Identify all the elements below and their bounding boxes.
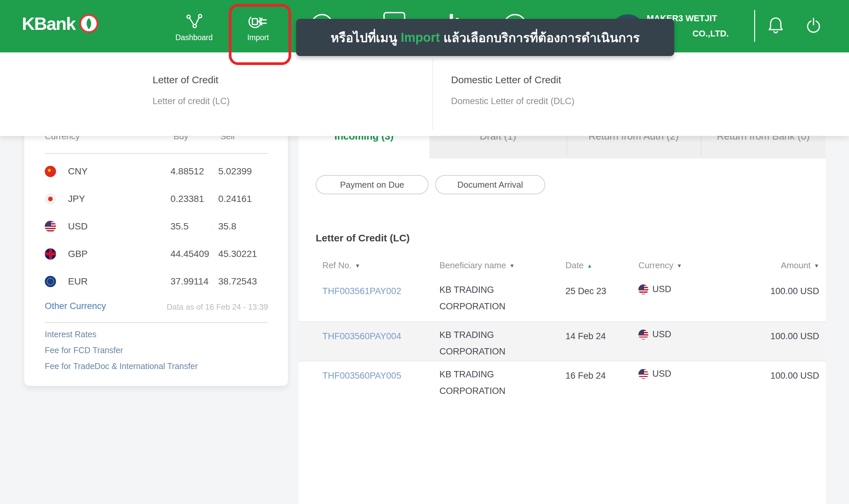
rates-header-divider (45, 153, 268, 154)
rate-code: JPY (68, 194, 85, 204)
letter-of-credit-panel: Incoming (3) Draft (1) Return from Auth … (299, 126, 826, 504)
rate-row-cny: CNY 4.88512 5.02399 (45, 158, 268, 185)
fee-fcd-transfer-link[interactable]: Fee for FCD Transfer (45, 345, 123, 355)
other-currency-link[interactable]: Other Currency (45, 301, 106, 311)
row-amount: 100.00 USD (771, 331, 819, 342)
beneficiary-name: KB TRADING CORPORATION (439, 282, 542, 315)
import-icon (235, 12, 281, 31)
rate-buy: 4.88512 (170, 166, 204, 177)
rate-sell: 0.24161 (218, 194, 252, 204)
row-amount: 100.00 USD (771, 286, 819, 296)
row-date: 14 Feb 24 (565, 331, 606, 342)
us-flag-icon (638, 285, 648, 294)
dashboard-icon (171, 12, 217, 31)
interest-rates-link[interactable]: Interest Rates (45, 329, 96, 339)
kbank-trade-portal-page: Letter of Credit Letter of credit (LC) D… (0, 0, 849, 504)
section-title: Letter of Credit (LC) (316, 232, 410, 244)
row-currency: USD (638, 329, 671, 340)
beneficiary-name: KB TRADING CORPORATION (439, 366, 542, 399)
rate-buy: 37.99114 (170, 276, 209, 287)
tooltip-text-import: Import (401, 31, 440, 45)
kbank-wordmark: KBank (22, 13, 75, 34)
menu-item-domestic-letter-of-credit-dlc[interactable]: Domestic Letter of credit (DLC) (451, 96, 574, 106)
ref-no-link[interactable]: THF003560PAY004 (322, 331, 432, 342)
ref-no-link[interactable]: THF003560PAY005 (322, 371, 432, 381)
exchange-rate-card: Currency Buy Sell CNY 4.88512 5.02399 JP… (24, 126, 288, 386)
rate-sell: 5.02399 (218, 166, 252, 177)
logout-power-icon[interactable] (805, 17, 822, 35)
col-currency[interactable]: Currency (638, 260, 682, 271)
nav-label-import: Import (235, 33, 281, 42)
rate-code: CNY (68, 166, 88, 177)
header-divider (754, 10, 755, 42)
rates-timestamp: Data as of 16 Feb 24 - 13:39 (166, 302, 268, 312)
kbank-logo: KBank (22, 13, 98, 34)
notification-bell-icon[interactable] (767, 16, 784, 35)
col-date[interactable]: Date (565, 260, 592, 271)
table-row: THF003560PAY004 KB TRADING CORPORATION 1… (299, 321, 826, 361)
rate-row-gbp: GBP 44.45409 45.30221 (45, 240, 268, 268)
fee-tradedoc-link[interactable]: Fee for TradeDoc & International Transfe… (45, 361, 198, 371)
col-amount[interactable]: Amount (781, 260, 819, 271)
row-currency: USD (638, 284, 671, 294)
kbank-leaf-icon (79, 14, 98, 33)
rates-footer-divider (45, 322, 268, 323)
rate-row-usd: USD 35.5 35.8 (45, 213, 268, 240)
rate-row-eur: EUR 37.99114 38.72543 (45, 268, 268, 295)
us-flag-icon (45, 221, 56, 232)
dropdown-group-domestic-letter-of-credit: Domestic Letter of Credit (451, 74, 561, 86)
row-amount: 100.00 USD (771, 371, 819, 381)
row-currency: USD (638, 369, 671, 379)
beneficiary-name: KB TRADING CORPORATION (439, 327, 542, 360)
dropdown-column-divider (432, 58, 433, 130)
rate-row-jpy: JPY 0.23381 0.24161 (45, 185, 268, 213)
ref-no-link[interactable]: THF003561PAY002 (322, 286, 432, 296)
dropdown-group-letter-of-credit: Letter of Credit (152, 74, 218, 86)
lc-table-body: THF003561PAY002 KB TRADING CORPORATION 2… (299, 277, 826, 406)
rate-sell: 35.8 (218, 221, 236, 232)
nav-label-dashboard: Dashboard (171, 33, 217, 42)
rate-sell: 38.72543 (218, 276, 257, 287)
row-date: 25 Dec 23 (565, 286, 606, 296)
import-coachmark-tooltip: หรือไปที่เมนู Import แล้วเลือกบริการที่ต… (296, 19, 674, 56)
menu-item-letter-of-credit-lc[interactable]: Letter of credit (LC) (152, 96, 230, 106)
sort-desc-icon[interactable] (676, 262, 682, 269)
sort-desc-icon[interactable] (509, 262, 515, 269)
us-flag-icon (638, 329, 648, 340)
eu-flag-icon (45, 276, 56, 287)
col-ref-no[interactable]: Ref No. (322, 260, 360, 271)
sort-asc-icon[interactable] (587, 262, 592, 269)
us-flag-icon (638, 369, 648, 379)
rate-code: EUR (68, 276, 88, 287)
rate-buy: 44.45409 (170, 249, 209, 259)
nav-item-dashboard[interactable]: Dashboard (171, 12, 217, 42)
table-row: THF003561PAY002 KB TRADING CORPORATION 2… (299, 277, 826, 321)
rate-sell: 45.30221 (218, 249, 257, 259)
col-beneficiary-name[interactable]: Beneficiary name (439, 260, 515, 271)
tooltip-text-pre: หรือไปที่เมนู (331, 28, 401, 48)
cn-flag-icon (45, 166, 56, 177)
sort-desc-icon[interactable] (355, 262, 360, 269)
rate-code: GBP (68, 249, 88, 259)
jp-flag-icon (45, 193, 56, 204)
table-row: THF003560PAY005 KB TRADING CORPORATION 1… (299, 361, 826, 406)
import-menu-dropdown: Letter of Credit Letter of credit (LC) D… (0, 52, 849, 136)
sort-desc-icon[interactable] (814, 262, 819, 269)
tooltip-text-post: แล้วเลือกบริการที่ต้องการดำเนินการ (440, 28, 640, 48)
filter-payment-on-due[interactable]: Payment on Due (316, 175, 429, 194)
rate-buy: 35.5 (170, 221, 189, 232)
row-date: 16 Feb 24 (565, 371, 606, 381)
nav-item-import[interactable]: Import (235, 12, 281, 42)
gb-flag-icon (45, 248, 56, 259)
filter-document-arrival[interactable]: Document Arrival (435, 175, 545, 194)
user-company-suffix: CO.,LTD. (692, 29, 729, 39)
rate-code: USD (68, 221, 88, 232)
rate-buy: 0.23381 (170, 194, 204, 204)
